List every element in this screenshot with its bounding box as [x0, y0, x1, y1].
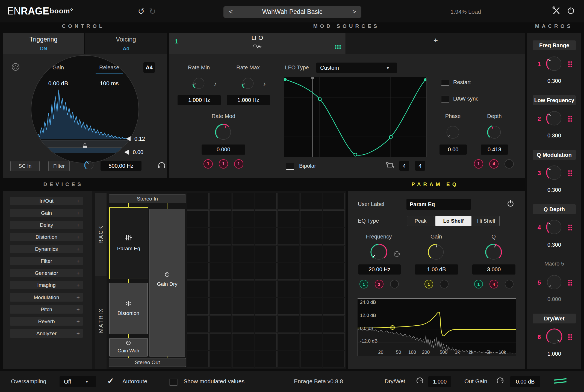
matrix-cell[interactable] [255, 298, 277, 315]
matrix-cell[interactable] [300, 246, 322, 262]
add-icon[interactable]: + [76, 318, 80, 325]
matrix-cell[interactable] [323, 351, 345, 367]
matrix-cell[interactable] [210, 210, 231, 227]
matrix-cell[interactable] [232, 333, 254, 350]
matrix-cell[interactable] [278, 316, 299, 332]
add-icon[interactable]: + [76, 234, 80, 240]
macro-1-value[interactable]: 0.300 [547, 78, 561, 84]
rate-mod-value[interactable]: 0.000 [202, 145, 245, 155]
macro-6-label[interactable]: Dry/Wet [533, 314, 576, 323]
matrix-cell[interactable] [278, 333, 299, 350]
macro-2-knob[interactable] [546, 110, 563, 128]
threshold-high-handle[interactable] [126, 136, 131, 141]
matrix-cell[interactable] [323, 298, 345, 315]
eq-type-peak[interactable]: Peak [407, 216, 434, 226]
lfo-curve-editor[interactable] [284, 77, 427, 157]
filter-freq-value[interactable]: 500.00 Hz [101, 161, 141, 171]
eq-type-hi-shelf[interactable]: Hi Shelf [473, 216, 500, 226]
macro-5-label[interactable]: Macro 5 [533, 259, 576, 269]
macro-2-value[interactable]: 0.300 [547, 132, 561, 139]
matrix-cell[interactable] [300, 298, 322, 315]
matrix-cell[interactable] [255, 263, 277, 280]
frequency-knob[interactable] [370, 243, 388, 262]
macro-4-label[interactable]: Q Depth [533, 204, 576, 214]
q-value[interactable]: 3.000 [472, 264, 515, 275]
device-modulation[interactable]: Modulation+ [10, 293, 83, 302]
matrix-cell[interactable] [187, 351, 209, 367]
filter-button[interactable]: Filter [48, 161, 70, 171]
add-icon[interactable]: + [76, 282, 80, 288]
matrix-cell[interactable] [323, 210, 345, 227]
device-analyzer[interactable]: Analyzer+ [10, 329, 83, 338]
matrix-cell[interactable] [255, 351, 277, 367]
eq-response-graph[interactable] [358, 298, 516, 356]
tools-icon[interactable] [552, 6, 561, 16]
mod-slot[interactable]: 2 [375, 280, 384, 288]
matrix-cell[interactable] [210, 351, 231, 367]
lfo-type-select[interactable]: Custom [316, 63, 397, 73]
sc-in-button[interactable]: SC In [10, 161, 40, 171]
device-dynamics[interactable]: Dynamics+ [10, 245, 83, 253]
matrix-cell[interactable] [323, 246, 345, 262]
q-knob[interactable] [485, 243, 502, 262]
macro-1-drag-handle-icon[interactable] [568, 61, 572, 67]
matrix-cell[interactable] [323, 316, 345, 332]
add-icon[interactable]: + [76, 294, 80, 301]
depth-value[interactable]: 0.413 [481, 145, 508, 155]
midi-connector-icon[interactable] [11, 63, 20, 72]
mod-slot[interactable]: 1 [424, 280, 433, 288]
matrix-cell[interactable] [278, 281, 299, 297]
macro-5-knob[interactable] [546, 274, 563, 292]
matrix-cell[interactable] [278, 263, 299, 280]
matrix-cell[interactable] [187, 210, 209, 227]
add-icon[interactable]: + [76, 246, 80, 252]
matrix-cell[interactable] [323, 281, 345, 297]
device-delay[interactable]: Delay+ [10, 221, 83, 229]
redo-icon[interactable]: ↻ [149, 7, 156, 16]
threshold-low-handle[interactable] [124, 150, 129, 155]
rate-min-knob[interactable] [192, 76, 206, 91]
user-label-input[interactable] [406, 199, 471, 210]
matrix-cell[interactable] [232, 263, 254, 280]
matrix-cell[interactable] [210, 316, 231, 332]
matrix-cell[interactable] [232, 193, 254, 210]
rack-device-param-eq[interactable]: Param Eq [109, 207, 148, 279]
matrix-cell[interactable] [232, 246, 254, 262]
matrix-cell[interactable] [255, 281, 277, 297]
mod-slot[interactable] [390, 280, 399, 288]
matrix-cell[interactable] [187, 246, 209, 262]
matrix-cell[interactable] [278, 210, 299, 227]
matrix-cell[interactable] [210, 246, 231, 262]
macro-3-value[interactable]: 0.300 [547, 187, 561, 193]
macro-3-knob[interactable] [546, 164, 563, 182]
matrix-cell[interactable] [255, 316, 277, 332]
matrix-cell[interactable] [210, 333, 231, 350]
stereo-out-node[interactable]: Stereo Out [109, 358, 186, 367]
macro-2-label[interactable]: Low Frequency [533, 95, 576, 105]
mod-slot[interactable]: 1 [234, 159, 243, 169]
matrix-cell[interactable] [255, 333, 277, 350]
add-icon[interactable]: + [76, 222, 80, 228]
rate-min-value[interactable]: 1.000 Hz [178, 95, 221, 105]
device-pitch[interactable]: Pitch+ [10, 305, 83, 314]
matrix-cell[interactable] [232, 316, 254, 332]
bipolar-checkbox[interactable] [286, 163, 294, 170]
matrix-cell[interactable] [210, 193, 231, 210]
mod-slot[interactable]: 4 [489, 159, 499, 169]
restart-checkbox[interactable] [441, 79, 449, 86]
matrix-cell[interactable] [255, 246, 277, 262]
note-icon[interactable]: ♪ [263, 81, 266, 87]
matrix-cell[interactable] [187, 281, 209, 297]
undo-icon[interactable]: ↺ [138, 7, 144, 16]
phase-value[interactable]: 0.00 [440, 145, 467, 155]
grid-x-value[interactable]: 4 [399, 161, 409, 171]
mod-slot[interactable]: 1 [359, 280, 368, 288]
matrix-cell[interactable] [300, 210, 322, 227]
frequency-value[interactable]: 20.00 Hz [358, 264, 401, 275]
device-filter[interactable]: Filter+ [10, 257, 83, 265]
macro-3-drag-handle-icon[interactable] [568, 170, 572, 176]
gain-value[interactable]: 0.00 dB [48, 80, 68, 87]
macro-3-label[interactable]: Q Modulation [533, 150, 576, 160]
stereo-in-node[interactable]: Stereo In [109, 194, 186, 203]
matrix-cell[interactable] [232, 281, 254, 297]
